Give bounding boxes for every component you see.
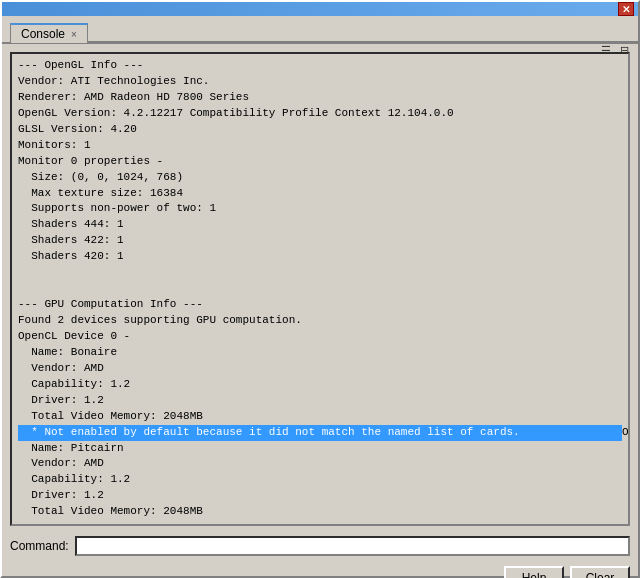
title-bar: ✕ [2, 2, 638, 16]
console-tab[interactable]: Console × [10, 23, 88, 43]
console-area: --- OpenGL Info --- Vendor: ATI Technolo… [10, 52, 630, 526]
console-scroll[interactable]: --- OpenGL Info --- Vendor: ATI Technolo… [12, 54, 628, 524]
main-content: --- OpenGL Info --- Vendor: ATI Technolo… [2, 44, 638, 578]
button-row: Help Clear [10, 566, 630, 578]
command-input[interactable] [75, 536, 630, 556]
tab-close-icon[interactable]: × [71, 29, 77, 40]
tab-bar: Console × [2, 16, 638, 44]
help-button[interactable]: Help [504, 566, 564, 578]
clear-button[interactable]: Clear [570, 566, 630, 578]
main-window: ✕ Console × ☰ ⊟ --- OpenGL Info --- Vend… [0, 0, 640, 578]
close-button[interactable]: ✕ [618, 2, 634, 16]
command-label: Command: [10, 539, 69, 553]
console-text: --- OpenGL Info --- Vendor: ATI Technolo… [18, 58, 622, 520]
command-row: Command: [10, 534, 630, 558]
tab-label: Console [21, 27, 65, 41]
